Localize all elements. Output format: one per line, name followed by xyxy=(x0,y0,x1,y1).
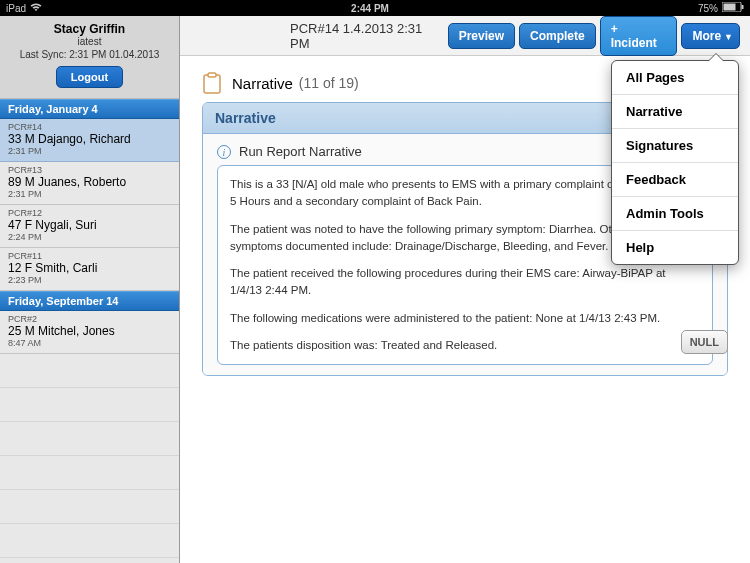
pcr-main: 25 M Mitchel, Jones xyxy=(8,324,171,338)
user-header: Stacy Griffin iatest Last Sync: 2:31 PM … xyxy=(0,16,179,99)
incident-button[interactable]: + Incident xyxy=(600,16,678,56)
section-title: Narrative xyxy=(232,75,293,92)
pcr-item[interactable]: PCR#12 47 F Nygali, Suri 2:24 PM xyxy=(0,205,179,248)
battery-icon xyxy=(722,2,744,14)
svg-rect-1 xyxy=(724,4,736,11)
null-button[interactable]: NULL xyxy=(681,330,728,354)
pcr-item[interactable]: PCR#13 89 M Juanes, Roberto 2:31 PM xyxy=(0,162,179,205)
sidebar-empty xyxy=(0,354,179,563)
clipboard-icon xyxy=(202,72,222,94)
narrative-p5: The patients disposition was: Treated an… xyxy=(230,337,700,354)
chevron-down-icon: ▼ xyxy=(724,32,733,42)
more-dropdown: All Pages Narrative Signatures Feedback … xyxy=(611,60,739,265)
wifi-icon xyxy=(30,3,42,14)
more-label: More xyxy=(692,29,721,43)
narrative-p4: The following medications were administe… xyxy=(230,310,700,327)
main-content: PCR#14 1.4.2013 2:31 PM Preview Complete… xyxy=(180,16,750,563)
pcr-item[interactable]: PCR#2 25 M Mitchel, Jones 8:47 AM xyxy=(0,311,179,354)
pcr-item[interactable]: PCR#14 33 M Dajango, Richard 2:31 PM xyxy=(0,119,179,162)
pcr-time: 2:23 PM xyxy=(8,275,171,285)
user-name: Stacy Griffin xyxy=(4,22,175,36)
pcr-main: 47 F Nygali, Suri xyxy=(8,218,171,232)
status-bar: iPad 2:44 PM 75% xyxy=(0,0,750,16)
pcr-item[interactable]: PCR#11 12 F Smith, Carli 2:23 PM xyxy=(0,248,179,291)
date-header: Friday, September 14 xyxy=(0,291,179,311)
pcr-id: PCR#11 xyxy=(8,251,171,261)
info-icon[interactable]: i xyxy=(217,145,231,159)
dropdown-item-help[interactable]: Help xyxy=(612,231,738,264)
complete-button[interactable]: Complete xyxy=(519,23,596,49)
narrative-p3: The patient received the following proce… xyxy=(230,265,700,300)
status-time: 2:44 PM xyxy=(42,3,698,14)
pcr-time: 2:31 PM xyxy=(8,146,171,156)
preview-button[interactable]: Preview xyxy=(448,23,515,49)
dropdown-item-feedback[interactable]: Feedback xyxy=(612,163,738,197)
pcr-main: 33 M Dajango, Richard xyxy=(8,132,171,146)
run-report-title: Run Report Narrative xyxy=(239,144,362,159)
battery-percent: 75% xyxy=(698,3,718,14)
dropdown-item-all-pages[interactable]: All Pages xyxy=(612,61,738,95)
pcr-main: 12 F Smith, Carli xyxy=(8,261,171,275)
sidebar: Stacy Griffin iatest Last Sync: 2:31 PM … xyxy=(0,16,180,563)
pcr-time: 2:31 PM xyxy=(8,189,171,199)
more-button[interactable]: More▼ xyxy=(681,23,740,49)
dropdown-item-signatures[interactable]: Signatures xyxy=(612,129,738,163)
pcr-main: 89 M Juanes, Roberto xyxy=(8,175,171,189)
dropdown-item-admin-tools[interactable]: Admin Tools xyxy=(612,197,738,231)
pcr-id: PCR#14 xyxy=(8,122,171,132)
dropdown-item-narrative[interactable]: Narrative xyxy=(612,95,738,129)
pcr-time: 8:47 AM xyxy=(8,338,171,348)
device-label: iPad xyxy=(6,3,26,14)
svg-rect-2 xyxy=(742,5,744,9)
pcr-id: PCR#2 xyxy=(8,314,171,324)
user-sub: iatest xyxy=(4,36,175,47)
svg-rect-4 xyxy=(208,73,216,77)
pcr-time: 2:24 PM xyxy=(8,232,171,242)
pcr-id: PCR#12 xyxy=(8,208,171,218)
date-header: Friday, January 4 xyxy=(0,99,179,119)
toolbar: PCR#14 1.4.2013 2:31 PM Preview Complete… xyxy=(180,16,750,56)
pcr-id: PCR#13 xyxy=(8,165,171,175)
logout-button[interactable]: Logout xyxy=(56,66,123,88)
section-count: (11 of 19) xyxy=(299,75,359,91)
doc-id: PCR#14 1.4.2013 2:31 PM xyxy=(290,21,444,51)
last-sync: Last Sync: 2:31 PM 01.04.2013 xyxy=(4,49,175,60)
